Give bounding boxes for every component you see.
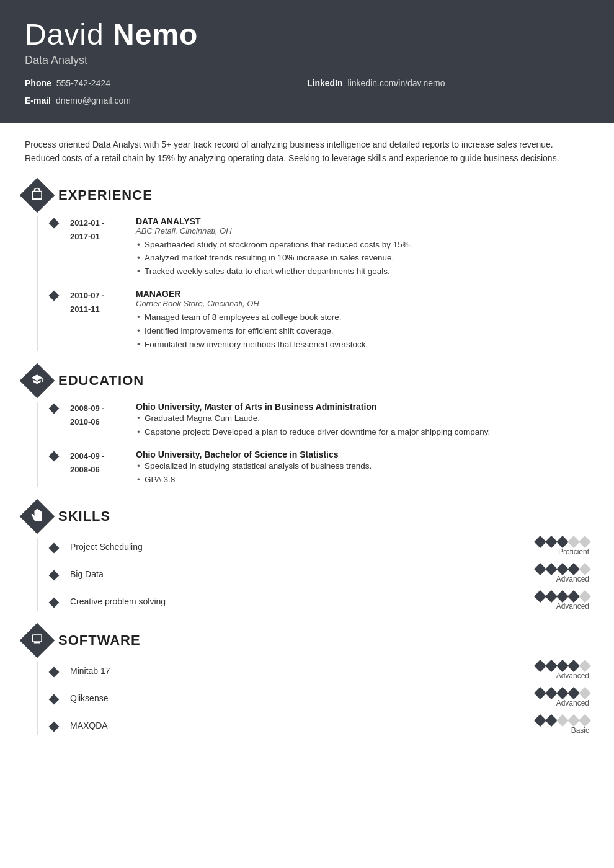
bullet-item: Specialized in studying statistical anal… (136, 459, 589, 473)
edu-entry-1: 2008-09 - 2010-06 Ohio University, Maste… (44, 402, 589, 438)
education-title: EDUCATION (58, 373, 144, 389)
skill-dots-3 (536, 592, 589, 601)
software-entry-1: Minitab 17 Advanced (44, 662, 589, 680)
bullet-item: Spearheaded study of stockroom operation… (136, 238, 589, 252)
bullets-2: Managed team of 8 employees at college b… (136, 311, 589, 351)
linkedin-label: LinkedIn (307, 78, 343, 88)
company-2: Corner Book Store, Cincinnati, OH (136, 299, 589, 308)
job-title-1: DATA ANALYST (136, 216, 589, 226)
skill-name-2: Big Data (70, 569, 515, 579)
skill-bullet-2 (50, 569, 70, 579)
exp-dates-1: 2012-01 - 2017-01 (70, 216, 126, 278)
experience-body: 2012-01 - 2017-01 DATA ANALYST ABC Retai… (37, 216, 589, 352)
software-dots-3 (536, 716, 589, 725)
email-contact: E-mail dnemo@gmail.com (25, 95, 307, 105)
software-rating-3: Basic (515, 716, 589, 735)
software-name-2: Qliksense (70, 693, 515, 703)
software-level-1: Advanced (556, 671, 589, 680)
skill-rating-2: Advanced (515, 565, 589, 583)
contact-info: Phone 555-742-2424 LinkedIn linkedin.com… (25, 78, 589, 108)
skill-rating-1: Proficient (515, 538, 589, 556)
linkedin-contact: LinkedIn linkedin.com/in/dav.nemo (307, 78, 589, 88)
skills-body: Project Scheduling Proficient (37, 538, 589, 611)
skill-dots-1 (536, 538, 589, 546)
phone-contact: Phone 555-742-2424 (25, 78, 307, 88)
diamond-icon-9 (49, 694, 60, 705)
software-entry-3: MAXQDA Basic (44, 716, 589, 735)
software-rating-1: Advanced (515, 662, 589, 680)
candidate-title: Data Analyst (25, 54, 589, 67)
bullet-item: Capstone project: Developed a plan to re… (136, 425, 589, 439)
phone-label: Phone (25, 78, 51, 88)
software-dots-2 (536, 689, 589, 698)
software-section: SOFTWARE Minitab 17 Advanced (25, 628, 589, 735)
education-header: EDUCATION (25, 368, 589, 393)
resume-main: Process oriented Data Analyst with 5+ ye… (0, 123, 614, 777)
edu-bullets-1: Graduated Magna Cum Laude. Capstone proj… (136, 412, 589, 438)
first-name: David (25, 18, 104, 51)
summary-text: Process oriented Data Analyst with 5+ ye… (25, 138, 589, 166)
skill-bullet-3 (50, 596, 70, 606)
exp-dates-2: 2010-07 - 2011-11 (70, 289, 126, 351)
edu-bullet-2 (50, 450, 70, 486)
skills-section: SKILLS Project Scheduling Profic (25, 504, 589, 611)
bullets-1: Spearheaded study of stockroom operation… (136, 238, 589, 278)
diamond-icon-4 (49, 451, 60, 462)
briefcase-icon (31, 187, 43, 203)
dot (579, 563, 591, 575)
exp-details-1: DATA ANALYST ABC Retail, Cincinnati, OH … (136, 216, 589, 278)
last-name: Nemo (113, 18, 198, 51)
diamond-icon-6 (49, 570, 60, 581)
education-section: EDUCATION 2008-09 - 2010-06 Ohio Univers… (25, 368, 589, 486)
bullet-item: Graduated Magna Cum Laude. (136, 412, 589, 425)
software-title: SOFTWARE (58, 632, 141, 649)
software-bullet-3 (50, 720, 70, 730)
education-body: 2008-09 - 2010-06 Ohio University, Maste… (37, 402, 589, 486)
bullet-item: Tracked weekly sales data to chart wheth… (136, 265, 589, 278)
skill-level-3: Advanced (556, 602, 589, 611)
edu-details-1: Ohio University, Master of Arts in Busin… (136, 402, 589, 438)
linkedin-value: linkedin.com/in/dav.nemo (348, 78, 445, 88)
skill-bullet-1 (50, 541, 70, 552)
education-icon (20, 363, 55, 399)
skill-level-2: Advanced (556, 575, 589, 583)
diamond-icon-2 (49, 291, 60, 301)
edu-bullet-1 (50, 402, 70, 438)
entry-bullet-2 (50, 289, 70, 351)
software-entry-2: Qliksense Advanced (44, 689, 589, 707)
edu-entry-2: 2004-09 - 2008-06 Ohio University, Bache… (44, 450, 589, 486)
software-header: SOFTWARE (25, 628, 589, 653)
skill-name-3: Creative problem solving (70, 596, 515, 606)
skill-level-1: Proficient (558, 547, 589, 556)
hand-icon (31, 508, 43, 524)
software-dots-1 (536, 662, 589, 670)
dot (579, 660, 591, 672)
skill-entry-2: Big Data Advanced (44, 565, 589, 583)
job-title-2: MANAGER (136, 289, 589, 299)
skill-dots-2 (536, 565, 589, 574)
skill-rating-3: Advanced (515, 592, 589, 611)
edu-dates-2: 2004-09 - 2008-06 (70, 450, 126, 486)
edu-details-2: Ohio University, Bachelor of Science in … (136, 450, 589, 486)
diamond-icon-5 (49, 543, 60, 554)
bullet-item: Formulated new inventory methods that le… (136, 338, 589, 352)
monitor-icon (31, 632, 43, 648)
phone-value: 555-742-2424 (56, 78, 110, 88)
diamond-icon-3 (49, 404, 60, 414)
exp-details-2: MANAGER Corner Book Store, Cincinnati, O… (136, 289, 589, 351)
software-bullet-2 (50, 693, 70, 703)
bullet-item: Managed team of 8 employees at college b… (136, 311, 589, 324)
diamond-icon-7 (49, 598, 60, 608)
experience-entry-1: 2012-01 - 2017-01 DATA ANALYST ABC Retai… (44, 216, 589, 278)
skills-title: SKILLS (58, 508, 110, 525)
software-name-1: Minitab 17 (70, 666, 515, 676)
candidate-name: David Nemo (25, 19, 589, 51)
experience-section: EXPERIENCE 2012-01 - 2017-01 DATA ANALYS… (25, 183, 589, 352)
skills-icon (20, 498, 55, 534)
software-body: Minitab 17 Advanced Qlikse (37, 662, 589, 735)
software-level-2: Advanced (556, 699, 589, 707)
edu-degree-1: Ohio University, Master of Arts in Busin… (136, 402, 589, 412)
exp-content-2: 2010-07 - 2011-11 MANAGER Corner Book St… (70, 289, 589, 351)
bullet-item: GPA 3.8 (136, 473, 589, 487)
experience-icon (20, 177, 55, 213)
